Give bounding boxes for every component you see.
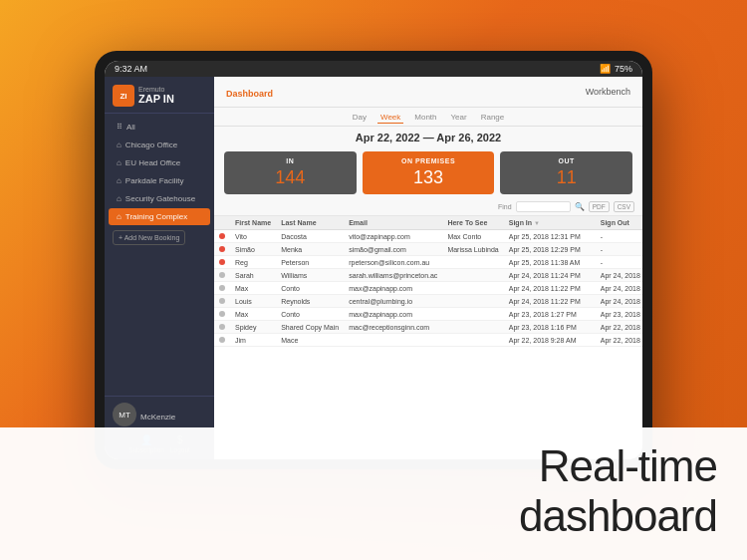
cell-email: simão@gmail.com: [344, 243, 442, 256]
row-dot-cell: [214, 295, 230, 308]
cell-last-name: Williams: [276, 269, 344, 282]
col-first-name[interactable]: First Name: [230, 216, 276, 230]
sidebar-item-eu[interactable]: ⌂ EU Head Office: [109, 154, 210, 171]
sidebar-item-parkdale[interactable]: ⌂ Parkdale Facility: [109, 172, 210, 189]
row-dot-cell: [214, 282, 230, 295]
cell-spacer: [586, 308, 596, 321]
home-icon-5: ⌂: [117, 212, 122, 221]
sidebar-item-security[interactable]: ⌂ Security Gatehouse: [109, 190, 210, 207]
table-row: Spidey Shared Copy Main mac@receptionsgi…: [214, 321, 642, 334]
cell-here-to-see: Max Conto: [442, 230, 503, 243]
cell-sign-out: Apr 24, 2018 11:59 PM: [596, 269, 642, 282]
in-label: IN: [232, 157, 349, 164]
search-icon[interactable]: 🔍: [575, 202, 585, 211]
dashboard-link[interactable]: Dashboard: [226, 89, 273, 99]
cell-last-name: Conto: [276, 308, 344, 321]
cell-first-name: Spidey: [230, 321, 276, 334]
table-row: Sarah Williams sarah.williams@princeton.…: [214, 269, 642, 282]
row-dot-cell: [214, 243, 230, 256]
cell-sign-out: Apr 23, 2018 1:28 PM: [596, 308, 642, 321]
col-last-name[interactable]: Last Name: [276, 216, 344, 230]
add-booking-button[interactable]: + Add New Booking: [113, 230, 185, 245]
cell-sign-in: Apr 24, 2018 11:22 PM: [504, 295, 586, 308]
cell-email: central@plumbing.io: [344, 295, 442, 308]
csv-button[interactable]: CSV: [614, 201, 634, 212]
cell-sign-in: Apr 24, 2018 11:22 PM: [504, 282, 586, 295]
cell-sign-out: Apr 24, 2018 11:59 PM: [596, 282, 642, 295]
cell-sign-in: Apr 23, 2018 1:27 PM: [504, 308, 586, 321]
row-dot-cell: [214, 308, 230, 321]
logo-line2: ZAP IN: [138, 93, 174, 105]
cell-here-to-see: [442, 282, 503, 295]
pdf-button[interactable]: PDF: [589, 201, 610, 212]
cell-first-name: Max: [230, 282, 276, 295]
cell-first-name: Simão: [230, 243, 276, 256]
cell-here-to-see: [442, 334, 503, 347]
cell-email: [344, 334, 442, 347]
cell-here-to-see: [442, 295, 503, 308]
sidebar-item-training[interactable]: ⌂ Training Complex: [109, 208, 210, 225]
cell-email: mac@receptionsginn.com: [344, 321, 442, 334]
stat-card-in: IN 144: [224, 151, 357, 194]
table-row: Simão Menka simão@gmail.com Marissa Lubi…: [214, 243, 642, 256]
table-toolbar: Find 🔍 PDF CSV: [214, 198, 642, 216]
time-display: 9:32 AM: [115, 64, 147, 74]
col-sign-in[interactable]: Sign In ▼: [504, 216, 586, 230]
cell-spacer: [586, 269, 596, 282]
col-email[interactable]: Email: [344, 216, 442, 230]
cell-last-name: Conto: [276, 282, 344, 295]
col-here-to-see[interactable]: Here To See: [442, 216, 503, 230]
cell-sign-in: Apr 22, 2018 9:28 AM: [504, 334, 586, 347]
cell-sign-out: -: [596, 230, 642, 243]
tab-year[interactable]: Year: [448, 112, 470, 124]
cell-here-to-see: Marissa Lubinda: [442, 243, 503, 256]
row-dot-cell: [214, 269, 230, 282]
cell-first-name: Max: [230, 308, 276, 321]
out-label: OUT: [508, 157, 624, 164]
wifi-icon: 📶: [600, 64, 611, 74]
table-row: Jim Mace Apr 22, 2018 9:28 AM Apr 22, 20…: [214, 334, 642, 347]
user-name: McKenzie: [140, 413, 175, 421]
row-dot-cell: [214, 334, 230, 347]
logo-line1: Eremuto: [138, 86, 174, 93]
cell-sign-out: -: [596, 243, 642, 256]
cell-first-name: Reg: [230, 256, 276, 269]
cell-spacer: [586, 243, 596, 256]
tablet-screen: 9:32 AM 📶 75% ZI Eremuto ZAP IN: [105, 61, 642, 459]
tab-range[interactable]: Range: [478, 112, 508, 124]
date-heading: Apr 22, 2022 — Apr 26, 2022: [214, 127, 642, 147]
search-input[interactable]: [516, 201, 571, 212]
row-dot-cell: [214, 230, 230, 243]
cell-sign-out: Apr 24, 2018 11:59 PM: [596, 295, 642, 308]
sidebar-item-all[interactable]: ⠿ All: [109, 119, 210, 136]
date-tabs: Day Week Month Year Range: [214, 108, 642, 127]
bottom-text-container: Real-time dashboard: [0, 427, 747, 560]
sidebar-nav: ⠿ All ⌂ Chicago Office ⌂ EU Head Office …: [105, 114, 214, 396]
table-row: Max Conto max@zapinapp.com Apr 23, 2018 …: [214, 308, 642, 321]
cell-email: sarah.williams@princeton.ac: [344, 269, 442, 282]
tab-week[interactable]: Week: [377, 112, 403, 124]
stats-row: IN 144 ON PREMISES 133 OUT 11: [214, 147, 642, 198]
in-value: 144: [232, 167, 349, 188]
sidebar-item-chicago[interactable]: ⌂ Chicago Office: [109, 137, 210, 153]
cell-here-to-see: [442, 308, 503, 321]
tab-day[interactable]: Day: [350, 112, 370, 124]
tab-month[interactable]: Month: [411, 112, 439, 124]
cell-sign-out: Apr 22, 2018 11:59 PM: [596, 334, 642, 347]
cell-last-name: Mace: [276, 334, 344, 347]
home-icon-4: ⌂: [117, 194, 122, 203]
cell-sign-out: -: [596, 256, 642, 269]
cell-first-name: Vito: [230, 230, 276, 243]
status-bar: 9:32 AM 📶 75%: [105, 61, 642, 77]
col-sign-out[interactable]: Sign Out: [596, 216, 642, 230]
cell-first-name: Sarah: [230, 269, 276, 282]
out-value: 11: [508, 167, 624, 188]
cell-last-name: Reynolds: [276, 295, 344, 308]
cell-first-name: Jim: [230, 334, 276, 347]
grid-icon: ⠿: [117, 123, 123, 132]
stat-card-premises: ON PREMISES 133: [363, 151, 495, 194]
col-spacer: [586, 216, 596, 230]
logo-icon: ZI: [113, 85, 134, 107]
premises-label: ON PREMISES: [371, 157, 487, 164]
cell-last-name: Peterson: [276, 256, 344, 269]
